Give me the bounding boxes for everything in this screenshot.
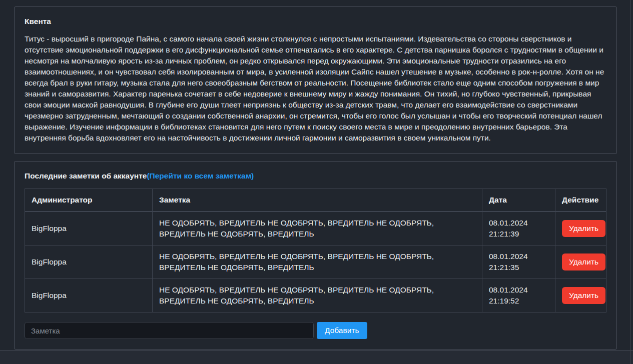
add-note-button[interactable]: Добавить	[317, 322, 367, 339]
admin-cell: BigFloppa	[25, 212, 153, 246]
all-notes-link[interactable]: (Перейти ко всем заметкам)	[147, 172, 254, 180]
date-cell: 08.01.2024 21:21:35	[482, 246, 555, 279]
delete-note-button[interactable]: Удалить	[562, 254, 605, 270]
notes-panel: Последние заметки об аккаунте(Перейти ко…	[14, 161, 617, 350]
table-row: BigFloppa НЕ ОДОБРЯТЬ, ВРЕДИТЕЛЬ НЕ ОДОБ…	[25, 212, 606, 246]
table-header-row: Администратор Заметка Дата Действие	[25, 189, 606, 212]
note-cell: НЕ ОДОБРЯТЬ, ВРЕДИТЕЛЬ НЕ ОДОБРЯТЬ, ВРЕД…	[153, 279, 482, 312]
quenta-title: Квента	[25, 17, 606, 26]
notes-header: Последние заметки об аккаунте(Перейти ко…	[25, 172, 606, 180]
note-input[interactable]	[25, 322, 314, 339]
note-cell: НЕ ОДОБРЯТЬ, ВРЕДИТЕЛЬ НЕ ОДОБРЯТЬ, ВРЕД…	[153, 212, 482, 246]
quenta-panel: Квента Титус - выросший в пригороде Пайн…	[14, 6, 617, 154]
admin-cell: BigFloppa	[25, 279, 153, 312]
note-cell: НЕ ОДОБРЯТЬ, ВРЕДИТЕЛЬ НЕ ОДОБРЯТЬ, ВРЕД…	[153, 246, 482, 279]
date-cell: 08.01.2024 21:21:39	[482, 212, 555, 246]
notes-title: Последние заметки об аккаунте	[25, 172, 147, 180]
admin-cell: BigFloppa	[25, 246, 153, 279]
action-cell: Удалить	[555, 212, 606, 246]
notes-table: Администратор Заметка Дата Действие BigF…	[25, 188, 606, 312]
date-cell: 08.01.2024 21:19:52	[482, 279, 555, 312]
delete-note-button[interactable]: Удалить	[562, 287, 605, 304]
page-container: Квента Титус - выросший в пригороде Пайн…	[0, 0, 633, 350]
delete-note-button[interactable]: Удалить	[562, 220, 605, 237]
table-row: BigFloppa НЕ ОДОБРЯТЬ, ВРЕДИТЕЛЬ НЕ ОДОБ…	[25, 246, 606, 279]
column-header-date: Дата	[482, 189, 555, 212]
action-cell: Удалить	[555, 279, 606, 312]
table-row: BigFloppa НЕ ОДОБРЯТЬ, ВРЕДИТЕЛЬ НЕ ОДОБ…	[25, 279, 606, 312]
column-header-admin: Администратор	[25, 189, 153, 212]
footer-bar	[0, 350, 633, 364]
action-cell: Удалить	[555, 246, 606, 279]
column-header-note: Заметка	[153, 189, 482, 212]
column-header-action: Действие	[555, 189, 606, 212]
quenta-text: Титус - выросший в пригороде Пайна, с са…	[25, 34, 606, 144]
add-note-row: Добавить	[25, 322, 606, 339]
